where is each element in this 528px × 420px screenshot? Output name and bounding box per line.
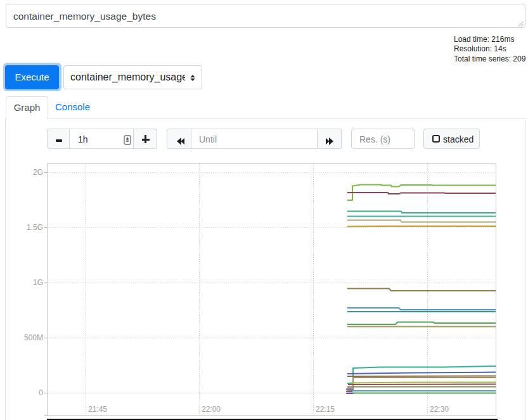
svg-text:500M: 500M [24, 333, 43, 342]
svg-text:1.5G: 1.5G [27, 223, 43, 232]
svg-text:22:30: 22:30 [430, 405, 449, 414]
svg-text:22:00: 22:00 [202, 405, 221, 414]
svg-text:21:45: 21:45 [88, 405, 107, 414]
svg-text:0: 0 [39, 388, 43, 397]
svg-text:22:15: 22:15 [316, 405, 335, 414]
svg-text:2G: 2G [33, 168, 43, 177]
svg-text:1G: 1G [33, 278, 43, 287]
